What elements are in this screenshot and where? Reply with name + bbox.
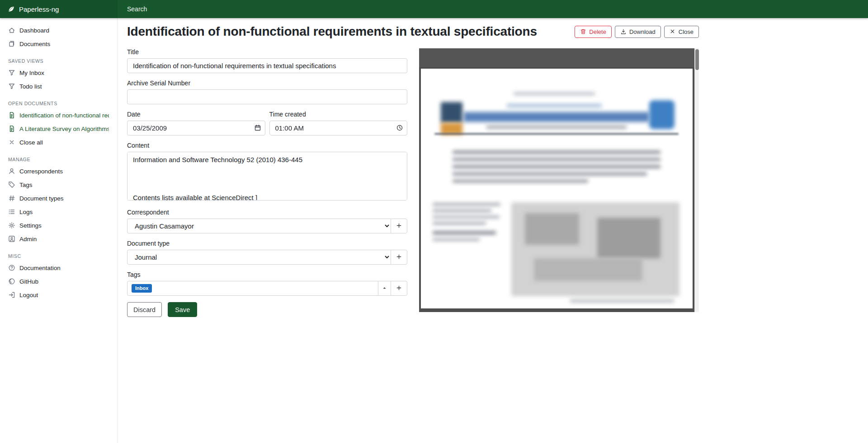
plus-icon <box>396 253 402 261</box>
blurred-text-line <box>486 126 627 129</box>
add-correspondent-button[interactable] <box>391 219 407 233</box>
blurred-figure-detail <box>534 258 642 281</box>
github-icon <box>8 278 15 285</box>
sidebar: Dashboard Documents SAVED VIEWS My Inbox… <box>0 18 118 443</box>
sidebar-close-all[interactable]: Close all <box>0 135 117 149</box>
home-icon <box>8 27 15 34</box>
blurred-divider <box>434 133 679 135</box>
pdf-preview <box>419 48 699 317</box>
title-input[interactable] <box>127 58 407 73</box>
download-icon <box>620 28 627 35</box>
content-textarea[interactable]: Information and Software Technology 52 (… <box>127 152 407 201</box>
blurred-text-line <box>453 165 660 168</box>
gear-icon <box>8 222 15 229</box>
sidebar-item-logout[interactable]: Logout <box>0 288 117 302</box>
blurred-text-line <box>433 231 496 234</box>
main-content: Identification of non-functional require… <box>118 18 868 443</box>
sidebar-open-document-2[interactable]: A Literature Survey on Algorithms for Mu… <box>0 122 117 135</box>
sidebar-item-documentation[interactable]: Documentation <box>0 261 117 275</box>
plus-icon <box>396 222 402 230</box>
sidebar-open-document-1[interactable]: Identification of non-functional require… <box>0 108 117 122</box>
sidebar-item-document-types[interactable]: Document types <box>0 191 117 205</box>
funnel-icon <box>8 83 15 90</box>
save-button[interactable]: Save <box>168 302 197 317</box>
sidebar-item-correspondents[interactable]: Correspondents <box>0 164 117 178</box>
sidebar-item-label: Logs <box>19 209 33 215</box>
sidebar-item-my-inbox[interactable]: My Inbox <box>0 66 117 79</box>
blurred-text-line <box>453 180 588 182</box>
pdf-viewer <box>419 48 694 312</box>
delete-button[interactable]: Delete <box>575 26 612 38</box>
blurred-text-line <box>514 92 595 95</box>
time-input[interactable] <box>269 121 408 135</box>
time-created-label: Time created <box>269 111 408 118</box>
trash-icon <box>580 28 586 35</box>
sidebar-item-label: Dashboard <box>19 27 49 34</box>
close-button[interactable]: Close <box>664 26 699 38</box>
brand[interactable]: Paperless-ng <box>0 0 118 18</box>
document-header: Identification of non-functional require… <box>127 24 699 39</box>
date-input[interactable] <box>127 121 265 135</box>
blurred-text-line <box>453 173 647 175</box>
asn-input[interactable] <box>127 89 407 104</box>
tags-dropdown-toggle[interactable] <box>378 281 391 296</box>
funnel-icon <box>8 69 15 76</box>
content-label: Content <box>127 142 407 149</box>
files-icon <box>8 40 15 47</box>
discard-button[interactable]: Discard <box>127 302 162 317</box>
close-icon <box>670 28 676 35</box>
correspondent-select[interactable]: Agustin Casamayor <box>127 219 391 233</box>
download-button-label: Download <box>629 28 656 35</box>
blurred-text-line <box>453 158 660 161</box>
blurred-text-line <box>433 222 486 224</box>
sidebar-item-label: Identification of non-functional require… <box>19 112 109 119</box>
document-edit-form: Title Archive Serial Number Date <box>127 48 407 317</box>
page-title: Identification of non-functional require… <box>127 24 537 39</box>
correspondent-label: Correspondent <box>127 209 407 216</box>
sidebar-item-admin[interactable]: Admin <box>0 232 117 246</box>
sidebar-item-label: Admin <box>19 236 37 242</box>
app-navbar: Paperless-ng <box>0 0 868 18</box>
blurred-journal-cover <box>441 102 462 123</box>
delete-button-label: Delete <box>589 28 606 35</box>
blurred-publisher-logo <box>649 100 675 129</box>
blurred-text-line <box>433 216 500 218</box>
preview-scrollbar-thumb[interactable] <box>695 49 699 70</box>
sidebar-item-label: Documentation <box>19 265 61 271</box>
blurred-text-line <box>570 300 674 302</box>
hash-icon <box>8 195 15 202</box>
add-tag-button[interactable] <box>391 281 407 296</box>
sidebar-item-label: Todo list <box>19 83 42 90</box>
preview-scrollbar[interactable] <box>694 48 699 312</box>
sidebar-item-tags[interactable]: Tags <box>0 178 117 191</box>
person-icon <box>8 168 15 175</box>
blurred-text-line <box>433 203 500 205</box>
sidebar-item-documents[interactable]: Documents <box>0 37 117 51</box>
sidebar-item-logs[interactable]: Logs <box>0 205 117 219</box>
brand-name: Paperless-ng <box>19 5 59 13</box>
title-label: Title <box>127 48 407 56</box>
download-button[interactable]: Download <box>615 26 661 38</box>
sidebar-item-dashboard[interactable]: Dashboard <box>0 23 117 37</box>
add-document-type-button[interactable] <box>391 250 407 265</box>
blurred-text-line <box>507 104 602 107</box>
asn-label: Archive Serial Number <box>127 79 407 87</box>
pdf-page-area <box>419 68 694 312</box>
tag-badge-inbox[interactable]: Inbox <box>132 284 152 293</box>
date-label: Date <box>127 111 265 118</box>
pdf-toolbar <box>419 48 694 68</box>
sidebar-item-settings[interactable]: Settings <box>0 219 117 232</box>
search-input[interactable] <box>127 5 353 13</box>
document-type-select[interactable]: Journal <box>127 250 391 265</box>
sidebar-item-label: Correspondents <box>19 168 63 175</box>
sidebar-item-label: A Literature Survey on Algorithms for Mu… <box>19 126 109 132</box>
tags-input[interactable]: Inbox <box>127 281 378 296</box>
pdf-page <box>421 69 693 308</box>
sidebar-item-todo-list[interactable]: Todo list <box>0 79 117 93</box>
section-title-misc: MISC <box>8 253 117 259</box>
sidebar-item-label: Settings <box>19 222 42 229</box>
sidebar-item-github[interactable]: GitHub <box>0 275 117 288</box>
tags-label: Tags <box>127 271 407 278</box>
blurred-figure-detail <box>525 213 579 245</box>
logout-icon <box>8 291 15 298</box>
